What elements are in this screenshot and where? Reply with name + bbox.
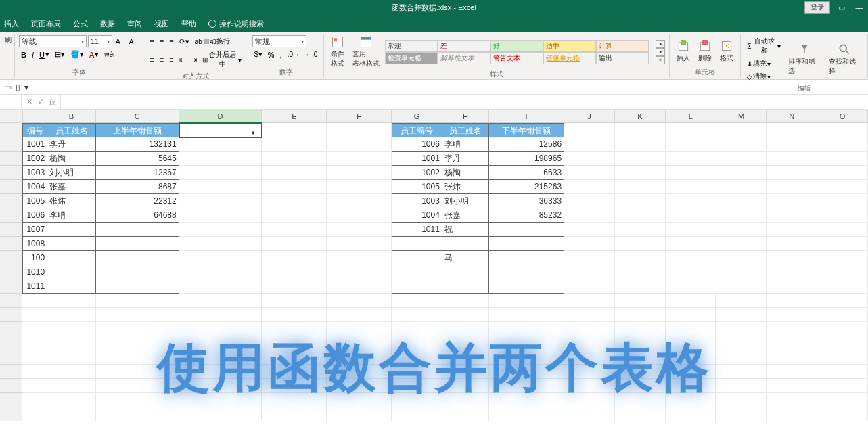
style-good[interactable]: 好 [490,40,543,52]
style-output[interactable]: 输出 [596,52,649,64]
merge-center-button[interactable]: ⊞ 合并后居中▾ [200,49,244,70]
table-cell[interactable] [96,265,179,279]
style-link[interactable]: 链接单元格 [543,52,596,64]
table-cell[interactable] [96,251,179,265]
insert-cells-button[interactable]: 插入 [674,39,693,63]
row-header[interactable] [0,308,22,322]
style-up-icon[interactable]: ▲ [656,40,665,48]
autosum-button[interactable]: Σ 自动求和▾ [745,35,783,57]
style-down-icon[interactable]: ▼ [656,48,665,56]
row-header[interactable] [0,237,22,251]
table-cell[interactable]: 12367 [96,166,179,180]
fill-button[interactable]: ⬇ 填充▾ [745,58,783,70]
col-header-I[interactable]: I [489,110,564,123]
col-header-O[interactable]: O [817,110,868,123]
table-cell[interactable]: 22312 [96,194,179,208]
table-cell[interactable]: 李聃 [47,208,96,223]
table-cell[interactable]: 张嘉 [442,208,489,223]
table-cell[interactable] [489,265,564,279]
font-name-combo[interactable]: 等线▾ [19,35,87,47]
tab-review[interactable]: 审阅 [127,19,142,29]
tab-formulas[interactable]: 公式 [73,19,88,29]
indent-dec-icon[interactable]: ⇤ [177,54,187,66]
row-header[interactable] [0,180,22,194]
row-header[interactable] [0,223,22,237]
tab-insert[interactable]: 插入 [4,19,19,29]
table-cell[interactable]: 1007 [22,223,47,237]
table-cell[interactable]: 1010 [22,265,47,279]
tab-help[interactable]: 帮助 [181,19,196,29]
row-header[interactable] [0,350,22,365]
border-button[interactable]: ⊞▾ [53,49,67,60]
wrap-text-button[interactable]: ab 自动换行 [193,35,232,47]
align-top-icon[interactable]: ≡ [147,36,156,47]
table-cell[interactable] [392,237,442,251]
tell-me-search[interactable]: 操作说明搜索 [208,19,264,29]
align-middle-icon[interactable]: ≡ [158,36,166,47]
table-cell[interactable]: 1005 [392,180,442,194]
table-cell[interactable]: 5645 [96,152,179,166]
inc-decimal-icon[interactable]: .0→ [285,49,302,60]
align-right-icon[interactable]: ≡ [167,54,175,65]
table-cell[interactable] [489,279,564,294]
style-check[interactable]: 检查单元格 [385,52,438,64]
table-cell[interactable]: 132131 [96,137,179,152]
col-header-L[interactable]: L [666,110,716,123]
col-header-M[interactable]: M [716,110,767,123]
conditional-format-button[interactable]: 条件格式 [328,35,347,68]
find-select-button[interactable]: 查找和选择 [826,43,863,76]
row-header[interactable] [0,379,22,393]
col-header-N[interactable]: N [767,110,817,123]
sort-filter-button[interactable]: 排序和筛选 [785,43,823,76]
row-header[interactable] [0,265,22,279]
table-cell[interactable]: 张嘉 [47,180,96,194]
table-cell[interactable]: 杨陶 [442,166,489,180]
table-cell[interactable] [489,223,564,237]
col-header-C[interactable]: C [96,110,179,123]
fill-color-button[interactable]: 🪣▾ [68,49,86,60]
table-cell[interactable]: 1006 [392,137,442,152]
table-cell[interactable]: 1002 [392,166,442,180]
comma-icon[interactable]: , [278,49,284,60]
orientation-icon[interactable]: ⟳▾ [177,36,191,47]
table-cell[interactable]: 1011 [392,223,442,237]
table-cell[interactable]: 李聃 [442,137,489,152]
table-cell[interactable]: 100 [22,251,47,265]
style-explain[interactable]: 解释性文本 [438,52,490,64]
table-cell[interactable]: 1001 [392,152,442,166]
row-header[interactable] [0,251,22,265]
cell-styles-gallery[interactable]: 常规 差 好 适中 计算 检查单元格 解释性文本 警告文本 链接单元格 输出 [385,40,656,64]
table-cell[interactable]: 85232 [489,208,564,223]
table-cell[interactable]: 1004 [392,208,442,223]
table-cell[interactable]: 张炜 [442,180,489,194]
table-cell[interactable] [442,279,489,294]
align-center-icon[interactable]: ≡ [158,54,166,65]
fx-icon[interactable]: fx [47,98,58,106]
table-cell[interactable]: 李丹 [47,137,96,152]
qat-icon-2[interactable]: ▯ [16,83,20,92]
table-cell[interactable]: 36333 [489,194,564,208]
currency-icon[interactable]: $▾ [252,49,265,60]
row-header[interactable] [0,152,22,166]
delete-cells-button[interactable]: 删除 [695,39,714,63]
row-header[interactable] [0,365,22,379]
minimize-icon[interactable]: — [853,3,865,12]
style-bad[interactable]: 差 [438,40,490,52]
indent-inc-icon[interactable]: ⇥ [189,54,199,66]
table-cell[interactable]: 1006 [22,208,47,223]
qat-dropdown-icon[interactable]: ▾ [24,83,28,92]
col-header-F[interactable]: F [327,110,392,123]
table-cell[interactable] [489,237,564,251]
row-header[interactable] [0,194,22,208]
name-box[interactable] [0,95,22,109]
table-cell[interactable] [392,279,442,294]
table-cell[interactable]: 李丹 [442,152,489,166]
row-header[interactable] [0,279,22,294]
align-bottom-icon[interactable]: ≡ [167,36,175,47]
tab-layout[interactable]: 页面布局 [31,19,61,29]
ribbon-display-icon[interactable]: ▭ [836,3,848,12]
table-cell[interactable]: 64688 [96,208,179,223]
style-neutral[interactable]: 适中 [543,40,596,52]
col-header-E[interactable]: E [262,110,327,123]
table-cell[interactable] [442,265,489,279]
